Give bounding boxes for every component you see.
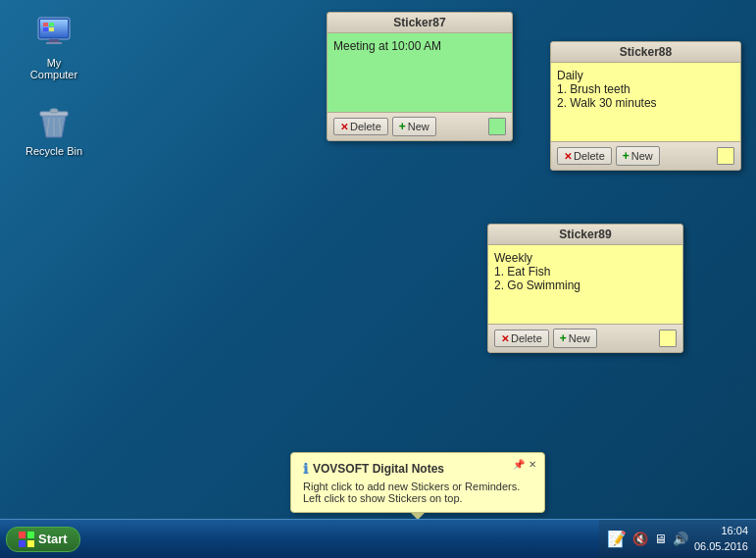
sticker89-title: Sticker89 [488, 225, 682, 245]
svg-rect-16 [27, 532, 34, 538]
sticker87-delete-label: Delete [350, 121, 381, 132]
sticker89-footer: ✕ Delete + New [488, 324, 682, 352]
sticker88-color-swatch[interactable] [717, 147, 734, 165]
sticker87-new-label: New [408, 121, 429, 132]
new-icon: + [399, 120, 406, 133]
sticker89-new-label: New [569, 332, 590, 344]
network-icon[interactable]: 🖥 [654, 532, 667, 546]
windows-logo-icon [19, 532, 34, 547]
tooltip-pin-button[interactable]: 📌 [513, 459, 525, 470]
delete-icon: ✕ [501, 333, 509, 344]
tooltip-popup: 📌 ✕ ℹ VOVSOFT Digital Notes Right click … [290, 452, 545, 513]
sticker87-footer: ✕ Delete + New [328, 112, 512, 140]
sticker87-color-swatch[interactable] [488, 118, 506, 135]
tooltip-line2: Left click to show Stickers on top. [303, 492, 532, 504]
recycle-bin-image [34, 102, 74, 141]
start-button[interactable]: Start [6, 527, 80, 552]
clock-time: 16:04 [694, 524, 748, 538]
tooltip-controls: 📌 ✕ [513, 459, 536, 470]
delete-icon: ✕ [564, 151, 572, 162]
sticker87-new-button[interactable]: + New [392, 117, 436, 136]
sticker89-new-button[interactable]: + New [553, 329, 597, 348]
sticker88-footer: ✕ Delete + New [551, 141, 740, 170]
sticker89-window: Sticker89 Weekly 1. Eat Fish 2. Go Swimm… [487, 224, 683, 353]
taskbar-tray: 📝 🔇 🖥 🔊 16:04 06.05.2016 [599, 520, 756, 558]
my-computer-icon[interactable]: My Computer [20, 10, 88, 84]
sticker87-window: Sticker87 Meeting at 10:00 AM ✕ Delete +… [327, 12, 513, 141]
sticker88-delete-button[interactable]: ✕ Delete [557, 147, 612, 165]
tooltip-title-text: VOVSOFT Digital Notes [313, 462, 444, 476]
info-icon: ℹ [303, 461, 308, 477]
sticker89-delete-button[interactable]: ✕ Delete [494, 330, 549, 347]
start-label: Start [38, 532, 68, 546]
tooltip-close-button[interactable]: ✕ [529, 459, 536, 470]
svg-rect-5 [43, 23, 48, 26]
my-computer-label: My Computer [24, 57, 84, 80]
tooltip-line1: Right click to add new Stickers or Remin… [303, 481, 532, 492]
svg-rect-15 [19, 532, 25, 538]
sticker88-content[interactable]: Daily 1. Brush teeth 2. Walk 30 minutes [551, 63, 740, 141]
svg-rect-6 [49, 23, 54, 26]
sticker88-new-label: New [631, 150, 653, 162]
sticker87-content[interactable]: Meeting at 10:00 AM [328, 33, 512, 112]
svg-rect-8 [49, 27, 54, 31]
sticker89-delete-label: Delete [511, 332, 542, 344]
sticker87-title: Sticker87 [328, 13, 512, 33]
tooltip-title: ℹ VOVSOFT Digital Notes [303, 461, 532, 477]
recycle-bin-icon[interactable]: Recycle Bin [20, 98, 88, 161]
sticker89-color-swatch[interactable] [659, 330, 677, 347]
sticker88-delete-label: Delete [574, 150, 605, 162]
my-computer-image [34, 14, 74, 53]
sticker-tray-icon[interactable]: 📝 [607, 530, 627, 548]
svg-rect-11 [50, 109, 58, 113]
clock-date: 06.05.2016 [694, 539, 748, 554]
sticker87-delete-button[interactable]: ✕ Delete [333, 118, 388, 135]
new-icon: + [560, 331, 567, 345]
sticker88-title: Sticker88 [551, 42, 740, 63]
svg-rect-17 [19, 540, 25, 547]
sticker88-window: Sticker88 Daily 1. Brush teeth 2. Walk 3… [550, 41, 741, 171]
svg-rect-4 [46, 42, 62, 44]
volume-icon[interactable]: 🔇 [632, 532, 648, 546]
sticker88-new-button[interactable]: + New [616, 146, 660, 166]
new-icon: + [623, 149, 630, 163]
clock: 16:04 06.05.2016 [694, 524, 748, 554]
svg-rect-7 [43, 27, 48, 31]
recycle-bin-label: Recycle Bin [25, 145, 82, 157]
speaker-icon[interactable]: 🔊 [673, 532, 688, 546]
svg-rect-18 [27, 540, 34, 547]
taskbar: Start 📝 🔇 🖥 🔊 16:04 06.05.2016 [0, 519, 756, 558]
delete-icon: ✕ [340, 122, 348, 132]
sticker89-content[interactable]: Weekly 1. Eat Fish 2. Go Swimming [488, 245, 682, 324]
